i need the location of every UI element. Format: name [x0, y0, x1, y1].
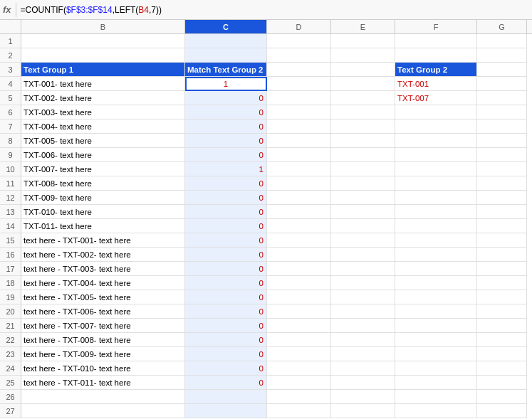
cell-r23-cB[interactable]: text here - TXT-009- text here: [21, 347, 185, 361]
cell-r27-cD[interactable]: [267, 404, 331, 418]
cell-r9-cF[interactable]: [395, 148, 477, 162]
cell-r1-cG[interactable]: [477, 34, 527, 48]
cell-r8-cD[interactable]: [267, 134, 331, 148]
cell-r12-cG[interactable]: [477, 191, 527, 205]
cell-r6-cB[interactable]: TXT-003- text here: [21, 105, 185, 120]
cell-r15-cE[interactable]: [331, 233, 395, 248]
cell-r11-cB[interactable]: TXT-008- text here: [21, 176, 185, 191]
cell-r14-cE[interactable]: [331, 219, 395, 233]
cell-r4-cB[interactable]: TXT-001- text here: [21, 77, 185, 91]
cell-r5-cF[interactable]: TXT-007: [395, 91, 477, 105]
cell-r11-cC[interactable]: 0: [185, 176, 267, 191]
cell-r13-cF[interactable]: [395, 205, 477, 219]
cell-r5-cD[interactable]: [267, 91, 331, 105]
col-header-d[interactable]: D: [267, 20, 331, 33]
cell-r11-cD[interactable]: [267, 176, 331, 191]
cell-r8-cE[interactable]: [331, 134, 395, 148]
cell-r13-cE[interactable]: [331, 205, 395, 219]
cell-r23-cG[interactable]: [477, 347, 527, 361]
col-header-f[interactable]: F: [395, 20, 477, 33]
cell-r11-cG[interactable]: [477, 176, 527, 191]
cell-r18-cE[interactable]: [331, 276, 395, 290]
cell-r23-cF[interactable]: [395, 347, 477, 361]
cell-r24-cG[interactable]: [477, 361, 527, 376]
cell-r21-cB[interactable]: text here - TXT-007- text here: [21, 319, 185, 333]
cell-r25-cD[interactable]: [267, 376, 331, 390]
cell-r10-cE[interactable]: [331, 162, 395, 176]
cell-r25-cF[interactable]: [395, 376, 477, 390]
col-header-e[interactable]: E: [331, 20, 395, 33]
cell-r3-cB[interactable]: Text Group 1: [21, 63, 185, 77]
cell-r26-cE[interactable]: [331, 390, 395, 404]
cell-r22-cD[interactable]: [267, 333, 331, 347]
cell-r10-cB[interactable]: TXT-007- text here: [21, 162, 185, 176]
cell-r4-cD[interactable]: [267, 77, 331, 91]
cell-r19-cF[interactable]: [395, 290, 477, 304]
cell-r24-cB[interactable]: text here - TXT-010- text here: [21, 361, 185, 376]
cell-r22-cF[interactable]: [395, 333, 477, 347]
cell-r21-cG[interactable]: [477, 319, 527, 333]
cell-r1-cF[interactable]: [395, 34, 477, 48]
cell-r15-cB[interactable]: text here - TXT-001- text here: [21, 233, 185, 248]
cell-r7-cD[interactable]: [267, 120, 331, 134]
cell-r6-cF[interactable]: [395, 105, 477, 120]
cell-r13-cC[interactable]: 0: [185, 205, 267, 219]
cell-r9-cG[interactable]: [477, 148, 527, 162]
cell-r19-cE[interactable]: [331, 290, 395, 304]
cell-r2-cD[interactable]: [267, 48, 331, 63]
cell-r2-cG[interactable]: [477, 48, 527, 63]
cell-r26-cD[interactable]: [267, 390, 331, 404]
cell-r14-cC[interactable]: 0: [185, 219, 267, 233]
cell-r27-cF[interactable]: [395, 404, 477, 418]
cell-r3-cC[interactable]: Match Text Group 2: [185, 63, 267, 77]
cell-r27-cB[interactable]: [21, 404, 185, 418]
cell-r26-cB[interactable]: [21, 390, 185, 404]
cell-r19-cB[interactable]: text here - TXT-005- text here: [21, 290, 185, 304]
cell-r22-cC[interactable]: 0: [185, 333, 267, 347]
cell-r3-cD[interactable]: [267, 63, 331, 77]
cell-r15-cC[interactable]: 0: [185, 233, 267, 248]
cell-r1-cE[interactable]: [331, 34, 395, 48]
cell-r22-cB[interactable]: text here - TXT-008- text here: [21, 333, 185, 347]
cell-r7-cE[interactable]: [331, 120, 395, 134]
cell-r8-cC[interactable]: 0: [185, 134, 267, 148]
cell-r6-cC[interactable]: 0: [185, 105, 267, 120]
cell-r20-cG[interactable]: [477, 304, 527, 319]
cell-r14-cF[interactable]: [395, 219, 477, 233]
cell-r23-cC[interactable]: 0: [185, 347, 267, 361]
cell-r23-cD[interactable]: [267, 347, 331, 361]
cell-r10-cD[interactable]: [267, 162, 331, 176]
cell-r9-cB[interactable]: TXT-006- text here: [21, 148, 185, 162]
cell-r16-cF[interactable]: [395, 248, 477, 262]
cell-r13-cD[interactable]: [267, 205, 331, 219]
cell-r20-cE[interactable]: [331, 304, 395, 319]
cell-r24-cD[interactable]: [267, 361, 331, 376]
cell-r9-cC[interactable]: 0: [185, 148, 267, 162]
cell-r18-cB[interactable]: text here - TXT-004- text here: [21, 276, 185, 290]
cell-r27-cG[interactable]: [477, 404, 527, 418]
cell-r22-cG[interactable]: [477, 333, 527, 347]
cell-r5-cG[interactable]: [477, 91, 527, 105]
cell-r25-cE[interactable]: [331, 376, 395, 390]
cell-r6-cG[interactable]: [477, 105, 527, 120]
cell-r17-cE[interactable]: [331, 262, 395, 276]
cell-r12-cB[interactable]: TXT-009- text here: [21, 191, 185, 205]
cell-r21-cD[interactable]: [267, 319, 331, 333]
col-header-c[interactable]: C: [185, 20, 267, 33]
cell-r6-cD[interactable]: [267, 105, 331, 120]
cell-r16-cG[interactable]: [477, 248, 527, 262]
cell-r17-cG[interactable]: [477, 262, 527, 276]
cell-r5-cE[interactable]: [331, 91, 395, 105]
cell-r7-cF[interactable]: [395, 120, 477, 134]
cell-r14-cG[interactable]: [477, 219, 527, 233]
cell-r3-cE[interactable]: [331, 63, 395, 77]
cell-r4-cE[interactable]: [331, 77, 395, 91]
cell-r10-cG[interactable]: [477, 162, 527, 176]
cell-r26-cG[interactable]: [477, 390, 527, 404]
cell-r26-cF[interactable]: [395, 390, 477, 404]
cell-r15-cF[interactable]: [395, 233, 477, 248]
cell-r5-cC[interactable]: 0: [185, 91, 267, 105]
cell-r12-cE[interactable]: [331, 191, 395, 205]
cell-r27-cE[interactable]: [331, 404, 395, 418]
cell-r20-cD[interactable]: [267, 304, 331, 319]
